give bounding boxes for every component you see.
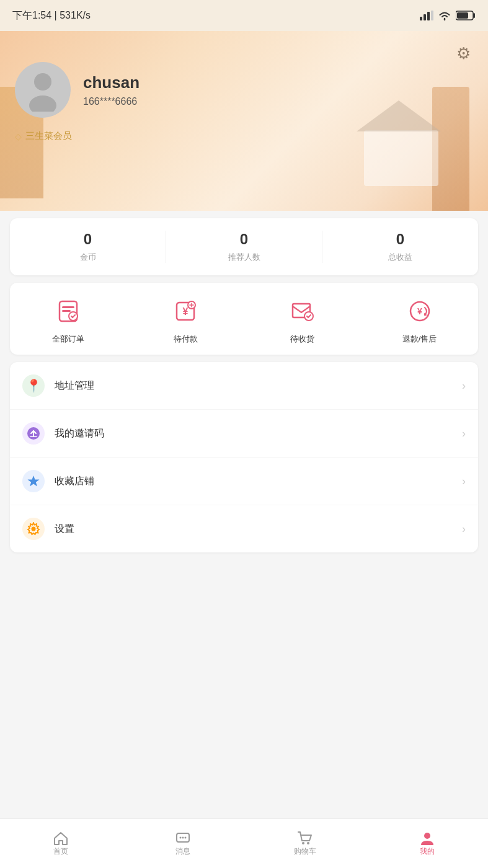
svg-point-24 [32,527,36,531]
stat-referrals[interactable]: 0 推荐人数 [166,231,322,263]
order-refund-icon: ¥ [406,298,433,325]
order-pending-receive-icon-wrap [286,295,319,327]
avatar-svg [24,68,61,112]
nav-message-label: 消息 [175,846,190,857]
order-pending-pay-icon: ¥ [172,298,199,325]
order-refund-label: 退款/售后 [402,334,437,345]
menu-settings-label: 设置 [55,523,462,536]
member-text: ◇ 三生菜会员 [15,130,473,142]
svg-point-8 [29,95,56,112]
person-icon [419,830,435,846]
nav-mine-label: 我的 [420,846,435,857]
username: chusan [83,73,140,92]
svg-point-26 [180,837,182,839]
order-pending-receive[interactable]: 待收货 [244,295,362,345]
order-all-label: 全部订单 [52,334,84,345]
orders-card: 全部订单 ¥ 待付款 [10,283,478,355]
svg-rect-2 [427,12,430,20]
stat-earnings-value: 0 [322,231,478,248]
order-all-icon-wrap [52,295,84,327]
menu-invite-arrow: › [462,427,466,440]
status-time: 下午1:54 | 531K/s [12,9,91,22]
home-icon [53,830,69,846]
settings-menu-icon [27,522,40,536]
nav-cart[interactable]: 购物车 [244,825,366,862]
menu-favorites-arrow: › [462,475,466,488]
svg-point-31 [424,833,430,839]
menu-card: 📍 地址管理 › 我的邀请码 › 收藏店铺 [10,362,478,552]
svg-text:¥: ¥ [417,306,422,316]
nav-cart-label: 购物车 [294,846,316,857]
order-pending-receive-label: 待收货 [290,334,314,345]
stat-referrals-value: 0 [166,231,322,248]
menu-address[interactable]: 📍 地址管理 › [10,362,478,410]
order-pending-pay-label: 待付款 [174,334,198,345]
diamond-icon: ◇ [15,131,22,141]
svg-rect-10 [62,306,74,308]
svg-rect-11 [62,310,71,312]
status-bar: 下午1:54 | 531K/s [0,0,488,31]
order-pending-pay-icon-wrap: ¥ [169,295,202,327]
signal-icon [420,11,433,20]
menu-address-arrow: › [462,379,466,392]
menu-favorites[interactable]: 收藏店铺 › [10,458,478,505]
menu-settings-icon [22,518,45,540]
battery-icon [456,10,476,21]
svg-point-28 [185,837,187,839]
menu-invite-label: 我的邀请码 [55,427,462,440]
stat-referrals-label: 推荐人数 [166,252,322,263]
stat-coins-value: 0 [10,231,166,248]
bottom-nav: 首页 消息 购物车 我的 [0,818,488,868]
profile-banner: ⚙ chusan 166****6666 ◇ 三生菜会员 [0,31,488,211]
orders-grid: 全部订单 ¥ 待付款 [10,295,478,345]
menu-invite[interactable]: 我的邀请码 › [10,410,478,458]
svg-rect-3 [431,11,433,20]
svg-rect-6 [457,12,468,19]
invite-icon [27,427,40,440]
menu-address-icon: 📍 [22,374,45,397]
profile-text: chusan 166****6666 [83,73,140,107]
stat-coins-label: 金币 [10,252,166,263]
nav-home[interactable]: 首页 [0,825,122,862]
svg-point-29 [302,842,304,844]
order-pending-pay[interactable]: ¥ 待付款 [127,295,244,345]
stat-earnings[interactable]: 0 总收益 [322,231,478,263]
svg-rect-5 [473,13,475,18]
menu-favorites-label: 收藏店铺 [55,475,462,488]
message-icon [175,830,191,846]
stat-earnings-label: 总收益 [322,252,478,263]
svg-point-7 [34,73,51,91]
phone-number: 166****6666 [83,96,140,107]
nav-mine[interactable]: 我的 [366,825,488,862]
svg-point-30 [307,842,309,844]
avatar [15,62,71,118]
order-all-icon [55,298,82,325]
favorites-icon [27,474,40,488]
order-refund-icon-wrap: ¥ [404,295,436,327]
nav-home-label: 首页 [53,846,68,857]
cart-icon [297,830,313,846]
stat-coins[interactable]: 0 金币 [10,231,166,263]
svg-rect-1 [424,14,426,20]
svg-rect-0 [420,17,422,20]
settings-gear-icon: ⚙ [456,44,471,63]
svg-point-27 [182,837,184,839]
member-label: 三生菜会员 [25,130,72,142]
wifi-icon [438,11,451,20]
order-all[interactable]: 全部订单 [10,295,127,345]
profile-info: chusan 166****6666 [15,62,473,118]
nav-message[interactable]: 消息 [122,825,244,862]
order-pending-receive-icon [289,298,316,325]
svg-marker-23 [28,476,40,487]
address-icon: 📍 [26,378,42,393]
menu-settings[interactable]: 设置 › [10,505,478,552]
menu-settings-arrow: › [462,523,466,536]
menu-favorites-icon [22,470,45,492]
status-icons [420,10,476,21]
svg-text:¥: ¥ [183,306,189,317]
order-refund[interactable]: ¥ 退款/售后 [361,295,478,345]
menu-address-label: 地址管理 [55,379,462,392]
banner-decoration [0,31,488,211]
member-badge: ◇ 三生菜会员 [15,130,473,142]
stats-card: 0 金币 0 推荐人数 0 总收益 [10,218,478,275]
